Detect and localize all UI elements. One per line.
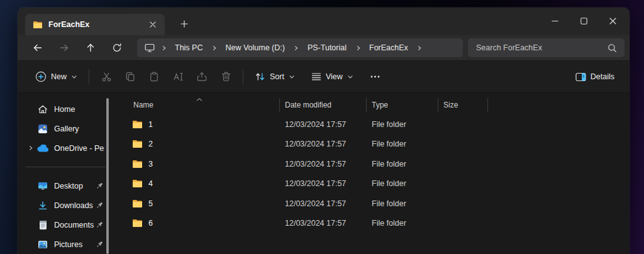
file-type: File folder — [367, 199, 438, 208]
titlebar: ForEachEx — [18, 8, 630, 35]
view-button[interactable]: View — [305, 68, 360, 86]
search-icon — [608, 43, 617, 53]
sort-button-label: Sort — [270, 72, 284, 81]
explorer-body: Home Gallery OneDrive - Pers — [18, 93, 630, 254]
search-box[interactable] — [468, 38, 625, 57]
sidebar-item-label: Downloads — [54, 201, 94, 210]
column-header-type[interactable]: Type — [367, 98, 438, 112]
folder-icon — [132, 199, 143, 208]
sidebar-item-pictures[interactable]: Pictures — [20, 235, 107, 254]
chevron-right-icon[interactable] — [414, 45, 425, 51]
details-pane-button[interactable]: Details — [569, 68, 621, 86]
pin-icon — [94, 201, 104, 209]
breadcrumb-item-foreachex[interactable]: ForEachEx — [364, 41, 413, 54]
onedrive-cloud-icon — [36, 145, 49, 152]
file-name: 1 — [148, 120, 153, 129]
file-type: File folder — [367, 219, 438, 228]
breadcrumb-item-new-volume[interactable]: New Volume (D:) — [220, 41, 289, 54]
table-row[interactable]: 1 12/03/2024 17:57 File folder — [123, 114, 630, 135]
copy-button[interactable] — [118, 66, 142, 87]
sidebar-item-documents[interactable]: Documents — [20, 215, 107, 235]
view-button-label: View — [326, 72, 343, 81]
file-type: File folder — [367, 120, 438, 129]
folder-icon — [33, 21, 43, 29]
up-icon — [86, 43, 96, 53]
sidebar-scrollbar[interactable] — [106, 98, 109, 254]
search-input[interactable] — [476, 43, 608, 52]
sidebar-item-downloads[interactable]: Downloads — [20, 196, 107, 215]
table-row[interactable]: 6 12/03/2024 17:57 File folder — [123, 214, 630, 234]
tab-close-icon[interactable] — [146, 18, 160, 31]
file-type: File folder — [367, 179, 438, 188]
breadcrumb-item-ps-tutorial[interactable]: PS-Tutorial — [303, 41, 352, 54]
share-icon — [197, 72, 207, 82]
rename-button[interactable] — [166, 66, 190, 87]
sort-button[interactable]: Sort — [248, 67, 301, 86]
chevron-right-icon[interactable] — [209, 45, 219, 51]
refresh-button[interactable] — [104, 38, 130, 58]
file-name: 3 — [148, 160, 153, 168]
chevron-right-icon[interactable] — [291, 45, 301, 51]
details-pane-label: Details — [591, 72, 614, 81]
chevron-right-icon[interactable] — [158, 45, 169, 51]
explorer-tab[interactable]: ForEachEx — [25, 14, 165, 35]
home-icon — [36, 104, 49, 114]
expand-chevron-icon[interactable] — [24, 145, 36, 151]
file-date-modified: 12/03/2024 17:57 — [280, 179, 367, 188]
delete-button[interactable] — [214, 66, 238, 87]
close-button[interactable] — [598, 8, 627, 34]
table-row[interactable]: 4 12/03/2024 17:57 File folder — [123, 174, 630, 194]
new-tab-plus-icon — [180, 20, 188, 28]
toolbar-divider — [243, 69, 243, 84]
minimize-button[interactable] — [540, 8, 569, 34]
chevron-down-icon — [71, 74, 77, 80]
cut-button[interactable] — [94, 66, 118, 87]
table-row[interactable]: 2 12/03/2024 17:57 File folder — [123, 135, 630, 155]
back-icon — [33, 43, 43, 53]
cut-icon — [101, 72, 112, 82]
toolbar-divider — [89, 69, 89, 84]
back-button[interactable] — [25, 38, 50, 58]
new-tab-button[interactable] — [175, 16, 194, 32]
share-button[interactable] — [190, 66, 214, 87]
desktop-background: ForEachEx — [0, 0, 644, 254]
new-button[interactable]: New — [29, 67, 84, 87]
forward-button[interactable] — [52, 38, 77, 58]
sort-ascending-caret-icon — [196, 94, 203, 103]
up-button[interactable] — [78, 38, 103, 58]
this-pc-monitor-icon — [145, 43, 155, 52]
breadcrumb-item-this-pc[interactable]: This PC — [170, 41, 208, 54]
details-pane-icon — [575, 72, 586, 82]
table-row[interactable]: 3 12/03/2024 17:57 File folder — [123, 154, 630, 174]
pictures-icon — [36, 240, 49, 250]
more-options-button[interactable] — [364, 66, 387, 87]
chevron-right-icon[interactable] — [353, 45, 363, 51]
sidebar-item-label: Documents — [54, 221, 94, 229]
table-row[interactable]: 5 12/03/2024 17:57 File folder — [123, 194, 630, 214]
pin-icon — [94, 240, 104, 248]
file-type: File folder — [367, 160, 438, 168]
file-name: 4 — [148, 179, 153, 188]
file-date-modified: 12/03/2024 17:57 — [280, 160, 367, 168]
folder-icon — [132, 140, 143, 148]
sidebar-item-label: Home — [54, 105, 104, 114]
column-header-date-modified[interactable]: Date modified — [280, 98, 367, 112]
paste-button[interactable] — [142, 66, 166, 87]
maximize-button[interactable] — [569, 8, 598, 34]
folder-icon — [132, 179, 143, 188]
sidebar-item-home[interactable]: Home — [20, 99, 107, 119]
desktop-icon — [36, 181, 49, 191]
folder-icon — [132, 120, 143, 129]
sidebar-item-gallery[interactable]: Gallery — [20, 119, 107, 138]
new-plus-circle-icon — [35, 71, 47, 82]
navigation-pane: Home Gallery OneDrive - Pers — [18, 93, 113, 254]
breadcrumb[interactable]: This PC New Volume (D:) PS-Tutorial ForE… — [137, 38, 463, 57]
column-header-size[interactable]: Size — [438, 98, 488, 112]
folder-icon — [132, 160, 143, 168]
sidebar-item-label: Gallery — [54, 124, 104, 133]
sidebar-item-onedrive[interactable]: OneDrive - Perso — [20, 138, 107, 158]
column-headers: Name Date modified Type Size — [123, 96, 630, 114]
file-name: 2 — [148, 140, 153, 148]
sidebar-item-desktop[interactable]: Desktop — [20, 176, 107, 196]
file-date-modified: 12/03/2024 17:57 — [280, 219, 367, 228]
